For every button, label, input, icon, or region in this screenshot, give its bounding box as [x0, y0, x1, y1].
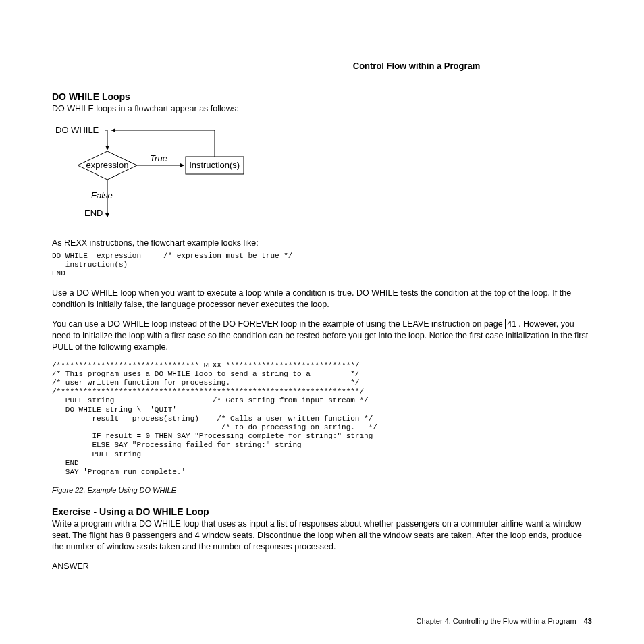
code-block-1: DO WHILE expression /* expression must b…	[52, 252, 592, 279]
heading-do-while-loops: DO WHILE Loops	[52, 91, 592, 102]
footer-page-number: 43	[584, 617, 592, 625]
instead-text-a: You can use a DO WHILE loop instead of t…	[52, 319, 505, 329]
footer-chapter: Chapter 4. Controlling the Flow within a…	[416, 617, 576, 625]
flowchart-do-while: DO WHILE expression True instruction(s) …	[52, 123, 592, 231]
flow-do-while-label: DO WHILE	[55, 125, 99, 135]
flow-instructions-label: instruction(s)	[190, 160, 240, 170]
flow-expression-label: expression	[86, 160, 129, 170]
code-block-2: /******************************** REXX *…	[52, 361, 592, 477]
figure-caption: Figure 22. Example Using DO WHILE	[52, 486, 592, 494]
exercise-paragraph: Write a program with a DO WHILE loop tha…	[52, 518, 592, 553]
heading-exercise: Exercise - Using a DO WHILE Loop	[52, 506, 592, 517]
use-paragraph: Use a DO WHILE loop when you want to exe…	[52, 288, 592, 311]
page-footer: Chapter 4. Controlling the Flow within a…	[416, 617, 592, 625]
page-link-41[interactable]: 41	[505, 319, 518, 329]
flow-true-label: True	[150, 153, 167, 163]
as-rexx-paragraph: As REXX instructions, the flowchart exam…	[52, 238, 592, 249]
flow-end-label: END	[84, 208, 103, 218]
running-head: Control Flow within a Program	[241, 61, 592, 71]
instead-paragraph: You can use a DO WHILE loop instead of t…	[52, 319, 592, 353]
flow-false-label: False	[91, 190, 113, 200]
answer-label: ANSWER	[52, 561, 592, 572]
intro-paragraph: DO WHILE loops in a flowchart appear as …	[52, 103, 592, 115]
